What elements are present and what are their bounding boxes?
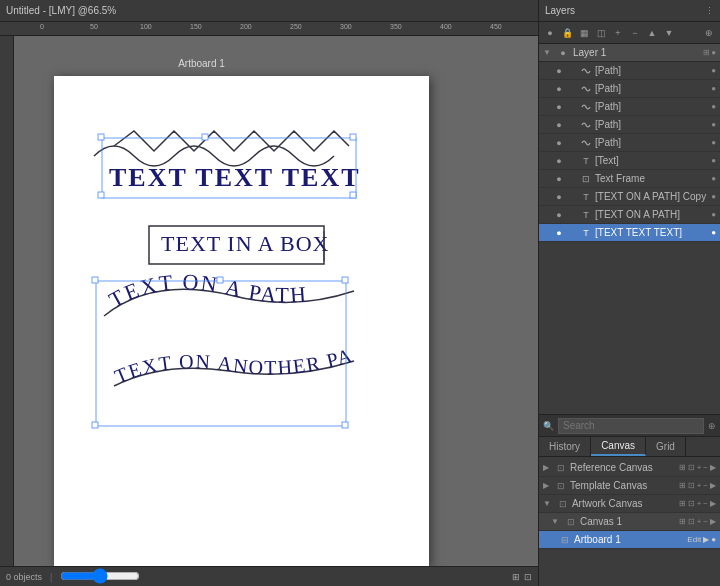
layer-name-path4: [Path] (595, 119, 709, 130)
icon5[interactable]: ▶ (710, 517, 716, 526)
workspace[interactable]: Artboard 1 TEXT TEXT TEXT (14, 36, 538, 566)
icon4[interactable]: − (703, 499, 708, 508)
vis-icon[interactable]: ● (553, 191, 565, 203)
actions: ● (711, 228, 716, 237)
layers-panel-title: Layers (545, 5, 701, 16)
actions: ● (711, 66, 716, 75)
vis-icon[interactable]: ● (553, 173, 565, 185)
canvas-item-artwork[interactable]: ▼ ⊡ Artwork Canvas ⊞ ⊡ + − ▶ (539, 495, 720, 513)
layer-visibility-toggle[interactable]: ● (543, 26, 557, 40)
vis-icon[interactable]: ● (553, 65, 565, 77)
bottom-panel: History Canvas Grid ▶ ⊡ Reference Canvas… (539, 436, 720, 586)
canvas-item-icons: ⊞ ⊡ + − ▶ (679, 517, 716, 526)
layer-section-header[interactable]: ▼ ● Layer 1 ⊞ ● (539, 44, 720, 62)
layer-item-text-text-text[interactable]: ● T [TEXT TEXT TEXT] ● (539, 224, 720, 242)
ruler-label: 150 (190, 23, 202, 30)
layer-item-path4[interactable]: ● [Path] ● (539, 116, 720, 134)
action-icon[interactable]: ● (711, 84, 716, 93)
artboard[interactable]: TEXT TEXT TEXT TEXT IN A BOX (54, 76, 429, 566)
action-icon[interactable]: ● (711, 210, 716, 219)
layer-vis-icon2[interactable]: ● (711, 48, 716, 57)
icon4[interactable]: − (703, 463, 708, 472)
icon3[interactable]: + (697, 517, 702, 526)
vis-icon[interactable]: ● (553, 83, 565, 95)
layer-item-path5[interactable]: ● [Path] ● (539, 134, 720, 152)
layer-add[interactable]: + (611, 26, 625, 40)
zoom-slider[interactable] (60, 571, 140, 581)
icon3[interactable]: + (697, 481, 702, 490)
action-icon[interactable]: ● (711, 192, 716, 201)
path-icon (579, 64, 593, 78)
action-icon[interactable]: ● (711, 120, 716, 129)
layer-collapse-all[interactable]: ◫ (594, 26, 608, 40)
action-icon[interactable]: ● (711, 66, 716, 75)
layer-item-text-on-path-copy[interactable]: ● T [TEXT ON A PATH] Copy ● (539, 188, 720, 206)
vis-icon[interactable]: ● (553, 155, 565, 167)
svg-rect-14 (217, 277, 223, 283)
icon5[interactable]: ▶ (710, 463, 716, 472)
action-icon[interactable]: ● (711, 228, 716, 237)
layer-lock-toggle[interactable]: 🔒 (560, 26, 574, 40)
status-icons: ⊞ ⊡ (512, 572, 532, 582)
layer-item-path3[interactable]: ● [Path] ● (539, 98, 720, 116)
icon5[interactable]: ▶ (710, 481, 716, 490)
tab-label[interactable]: Untitled - [LMY] @66.5% (6, 5, 116, 16)
tab-history[interactable]: History (539, 437, 591, 456)
vis-icon[interactable]: ● (553, 137, 565, 149)
icon1[interactable]: ⊞ (679, 499, 686, 508)
layers-options-icon[interactable]: ⋮ (705, 6, 714, 16)
icon3[interactable]: + (697, 499, 702, 508)
canvas-item-template[interactable]: ▶ ⊡ Template Canvas ⊞ ⊡ + − ▶ (539, 477, 720, 495)
canvas-panel-content[interactable]: ▶ ⊡ Reference Canvas ⊞ ⊡ + − ▶ ▶ ⊡ Templ… (539, 457, 720, 586)
artboard-label: Artboard 1 (14, 58, 389, 69)
layer-delete[interactable]: − (628, 26, 642, 40)
icon4[interactable]: − (703, 517, 708, 526)
layers-list[interactable]: ▼ ● Layer 1 ⊞ ● ● [Path] ● ● (539, 44, 720, 414)
icon2[interactable]: ⊡ (688, 517, 695, 526)
tab-grid[interactable]: Grid (646, 437, 686, 456)
canvas-item-artboard1[interactable]: ⊟ Artboard 1 Edit ▶ ● (539, 531, 720, 549)
vis-icon[interactable]: ● (553, 209, 565, 221)
layer-item-text-on-path[interactable]: ● T [TEXT ON A PATH] ● (539, 206, 720, 224)
icon-lock[interactable]: ● (711, 535, 716, 544)
expand-icon[interactable]: ▼ (543, 48, 553, 57)
icon2[interactable]: ⊡ (688, 499, 695, 508)
layer-move-down[interactable]: ▼ (662, 26, 676, 40)
icon1[interactable]: ⊞ (679, 517, 686, 526)
svg-text:TEXT TEXT TEXT: TEXT TEXT TEXT (109, 163, 361, 192)
search-input[interactable] (558, 418, 704, 434)
canvas-item-canvas1[interactable]: ▼ ⊡ Canvas 1 ⊞ ⊡ + − ▶ (539, 513, 720, 531)
canvas-item-reference[interactable]: ▶ ⊡ Reference Canvas ⊞ ⊡ + − ▶ (539, 459, 720, 477)
vis-icon[interactable]: ● (553, 119, 565, 131)
action-icon[interactable]: ● (711, 102, 716, 111)
layer-options[interactable]: ⊕ (702, 26, 716, 40)
ruler-label: 300 (340, 23, 352, 30)
action-icon[interactable]: ● (711, 174, 716, 183)
vis-icon[interactable]: ● (553, 227, 565, 239)
icon2[interactable]: ⊡ (688, 463, 695, 472)
icon4[interactable]: − (703, 481, 708, 490)
action-icon[interactable]: ● (711, 138, 716, 147)
layer-vis-icon[interactable]: ● (557, 47, 569, 59)
icon-edit[interactable]: Edit (687, 535, 701, 544)
icon-vis[interactable]: ▶ (703, 535, 709, 544)
layer-item-path2[interactable]: ● [Path] ● (539, 80, 720, 98)
artboard-svg: TEXT TEXT TEXT TEXT IN A BOX (54, 76, 429, 566)
icon1[interactable]: ⊞ (679, 463, 686, 472)
tab-canvas[interactable]: Canvas (591, 437, 646, 456)
layer-item-path1[interactable]: ● [Path] ● (539, 62, 720, 80)
icon5[interactable]: ▶ (710, 499, 716, 508)
layer-expand-all[interactable]: ▦ (577, 26, 591, 40)
layer-item-text[interactable]: ● T [Text] ● (539, 152, 720, 170)
search-options-icon[interactable]: ⊕ (708, 421, 716, 431)
icon3[interactable]: + (697, 463, 702, 472)
svg-rect-16 (92, 422, 98, 428)
layer-name-text-text-text: [TEXT TEXT TEXT] (595, 227, 709, 238)
action-icon[interactable]: ● (711, 156, 716, 165)
layers-toolbar-left: ● 🔒 ▦ ◫ + − ▲ ▼ (543, 26, 676, 40)
icon2[interactable]: ⊡ (688, 481, 695, 490)
icon1[interactable]: ⊞ (679, 481, 686, 490)
vis-icon[interactable]: ● (553, 101, 565, 113)
layer-move-up[interactable]: ▲ (645, 26, 659, 40)
layer-item-text-frame[interactable]: ● ⊡ Text Frame ● (539, 170, 720, 188)
